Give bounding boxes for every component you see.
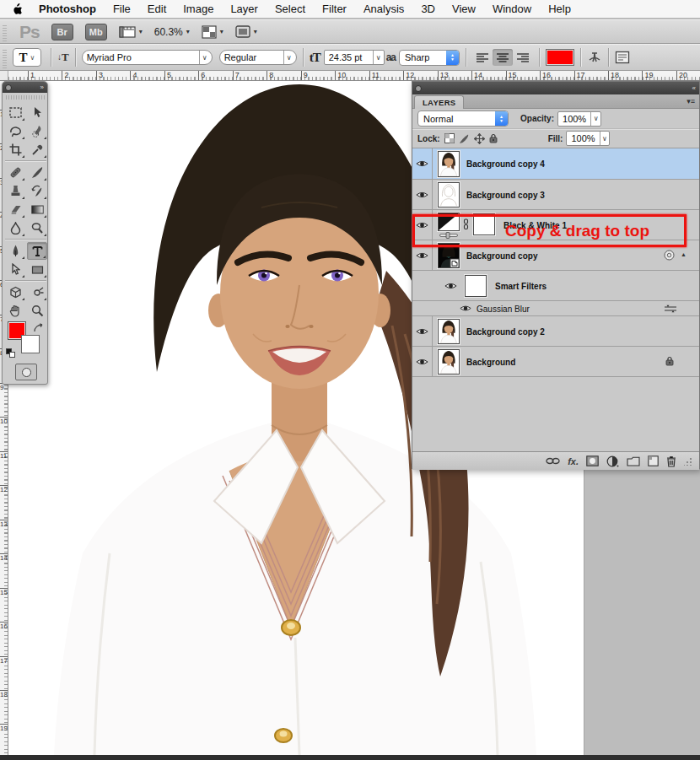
- align-center-button[interactable]: [493, 49, 513, 66]
- visibility-toggle[interactable]: [444, 282, 457, 290]
- opacity-select[interactable]: 100% ∨: [557, 111, 601, 127]
- pen-tool[interactable]: [5, 242, 25, 260]
- hand-tool[interactable]: [5, 302, 25, 320]
- view-extras-dropdown[interactable]: ▾: [119, 25, 143, 39]
- layer-name[interactable]: Background copy 2: [466, 327, 545, 337]
- adjustment-layer-button[interactable]: [606, 455, 619, 467]
- layer-name[interactable]: Background copy: [466, 251, 537, 261]
- visibility-toggle[interactable]: [412, 347, 433, 376]
- warp-text-button[interactable]: [587, 50, 602, 65]
- menu-photoshop[interactable]: Photoshop: [30, 0, 105, 18]
- visibility-toggle[interactable]: [412, 180, 433, 209]
- lock-transparency-button[interactable]: [444, 133, 455, 143]
- panel-resize-grip[interactable]: [684, 457, 692, 466]
- launch-mobile-button[interactable]: Mb: [85, 24, 107, 40]
- menu-image[interactable]: Image: [175, 0, 222, 18]
- new-group-button[interactable]: [627, 456, 640, 466]
- lasso-tool[interactable]: [5, 122, 25, 140]
- smart-object-thumbnail[interactable]: [438, 243, 460, 268]
- launch-bridge-button[interactable]: Br: [51, 24, 73, 40]
- layer-row-background-copy-3[interactable]: Background copy 3: [412, 180, 699, 210]
- add-layer-mask-button[interactable]: [586, 455, 599, 466]
- mask-link-icon[interactable]: [463, 218, 469, 230]
- text-orientation-toggle[interactable]: ↓T: [57, 51, 69, 64]
- lock-position-button[interactable]: [474, 133, 485, 144]
- panel-menu-icon[interactable]: ▾≡: [687, 97, 695, 105]
- layer-name[interactable]: Background: [466, 358, 515, 367]
- visibility-toggle[interactable]: [412, 316, 433, 346]
- quick-selection-tool[interactable]: [27, 122, 47, 140]
- layer-row-background-copy[interactable]: Background copy ▲: [412, 240, 699, 271]
- smart-filters-label[interactable]: Smart Filters: [495, 282, 547, 291]
- filter-blending-options-icon[interactable]: [664, 305, 677, 313]
- align-left-button[interactable]: [472, 49, 493, 66]
- gradient-tool[interactable]: [27, 201, 47, 218]
- menu-select[interactable]: Select: [267, 0, 314, 18]
- type-tool[interactable]: [27, 242, 47, 260]
- background-color-swatch[interactable]: [21, 335, 40, 353]
- spot-healing-brush-tool[interactable]: [5, 164, 25, 181]
- 3d-orbit-tool[interactable]: [27, 283, 47, 301]
- lock-pixels-button[interactable]: [459, 133, 470, 144]
- layers-panel-titlebar[interactable]: «: [412, 82, 699, 94]
- dodge-tool[interactable]: [27, 219, 47, 237]
- eraser-tool[interactable]: [5, 201, 25, 218]
- layer-thumbnail[interactable]: [438, 349, 460, 375]
- filter-mask-thumbnail[interactable]: [465, 275, 487, 297]
- collapse-panel-icon[interactable]: «: [692, 85, 696, 92]
- screen-mode-dropdown[interactable]: ▾: [235, 25, 257, 38]
- layer-row-black-white-1[interactable]: Black & White 1: [412, 210, 699, 240]
- tool-preset-picker[interactable]: T ∨: [13, 48, 41, 67]
- crop-tool[interactable]: [5, 141, 25, 159]
- layer-name[interactable]: Black & White 1: [503, 221, 567, 230]
- layer-thumbnail[interactable]: [438, 151, 460, 177]
- menu-layer[interactable]: Layer: [222, 0, 267, 18]
- menu-filter[interactable]: Filter: [314, 0, 355, 18]
- layer-thumbnail[interactable]: [438, 182, 460, 208]
- toggle-panels-button[interactable]: [615, 51, 630, 64]
- apple-icon[interactable]: [12, 3, 24, 15]
- delete-layer-button[interactable]: [666, 455, 676, 467]
- font-style-select[interactable]: Regular ∨: [219, 50, 297, 65]
- text-color-swatch[interactable]: [546, 49, 574, 66]
- brush-tool[interactable]: [27, 164, 47, 181]
- close-icon[interactable]: [415, 85, 422, 92]
- menu-file[interactable]: File: [105, 0, 139, 18]
- visibility-toggle[interactable]: [460, 305, 471, 312]
- font-family-select[interactable]: Myriad Pro ∨: [82, 50, 213, 65]
- layer-row-background-copy-4[interactable]: Background copy 4: [412, 148, 699, 180]
- filter-name[interactable]: Gaussian Blur: [477, 305, 530, 314]
- default-colors-icon[interactable]: [6, 348, 16, 358]
- zoom-level-dropdown[interactable]: 60.3% ▾: [154, 26, 190, 38]
- layer-name[interactable]: Background copy 4: [466, 159, 545, 169]
- layer-mask-thumbnail[interactable]: [473, 213, 495, 235]
- layer-thumbnail[interactable]: [438, 319, 460, 344]
- new-layer-button[interactable]: [648, 455, 659, 466]
- swap-colors-icon[interactable]: [33, 323, 45, 334]
- history-brush-tool[interactable]: [27, 182, 47, 200]
- font-size-select[interactable]: 24.35 pt ∨: [324, 50, 385, 65]
- layer-name[interactable]: Background copy 3: [466, 191, 545, 200]
- menu-analysis[interactable]: Analysis: [355, 0, 412, 18]
- collapse-smart-filters-icon[interactable]: ▲: [681, 251, 687, 257]
- menu-window[interactable]: Window: [484, 0, 540, 18]
- path-selection-tool[interactable]: [5, 261, 25, 278]
- anti-alias-select[interactable]: Sharp ▲▼: [399, 50, 460, 66]
- eyedropper-tool[interactable]: [27, 141, 47, 159]
- visibility-toggle[interactable]: [412, 240, 433, 270]
- lock-all-button[interactable]: [489, 133, 498, 143]
- layer-style-button[interactable]: fx.: [568, 456, 579, 466]
- gaussian-blur-row[interactable]: Gaussian Blur: [412, 301, 699, 316]
- blend-mode-select[interactable]: Normal ▲▼: [417, 110, 509, 127]
- blur-tool[interactable]: [5, 219, 25, 237]
- visibility-toggle[interactable]: [412, 210, 433, 240]
- clone-stamp-tool[interactable]: [5, 182, 25, 200]
- smart-filters-row[interactable]: Smart Filters: [412, 271, 699, 301]
- horizontal-ruler[interactable]: 1234567891011121314151617181920: [8, 71, 700, 81]
- menu-edit[interactable]: Edit: [139, 0, 175, 18]
- smart-filter-indicator-icon[interactable]: [664, 250, 675, 261]
- zoom-tool[interactable]: [27, 302, 47, 320]
- tab-layers[interactable]: LAYERS: [414, 95, 464, 109]
- menu-view[interactable]: View: [444, 0, 484, 18]
- shape-tool[interactable]: [27, 261, 47, 278]
